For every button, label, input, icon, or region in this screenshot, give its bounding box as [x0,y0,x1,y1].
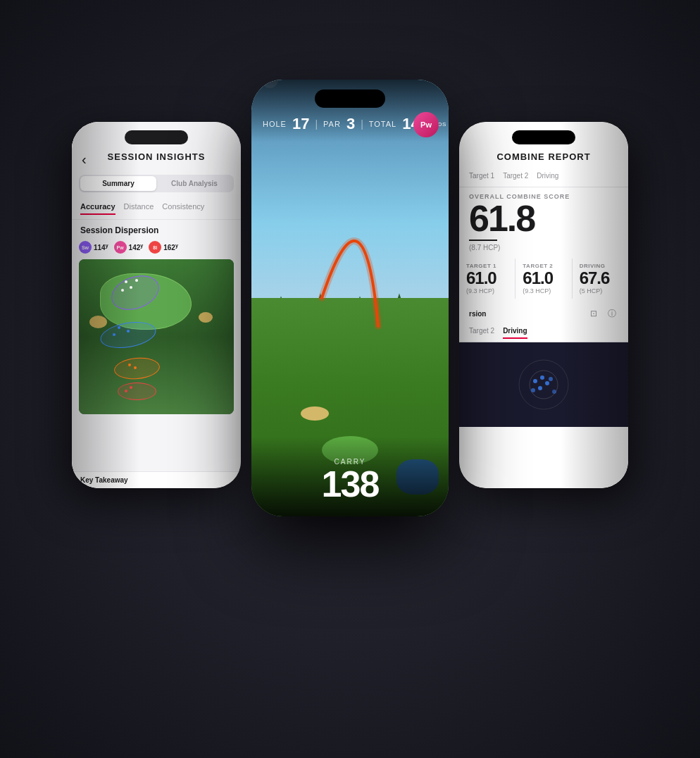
shot-dot [134,366,137,369]
svg-point-9 [552,390,556,394]
left-phone-notch [125,130,188,144]
club-badge-sw: Sw 114y [79,241,108,254]
info-icon[interactable]: ⓘ [606,307,618,320]
center-phone-screen: HOLE 17 | PAR 3 | TOTAL 144 YDS Pw [251,80,449,516]
tab-summary[interactable]: Summary [80,176,156,191]
svg-point-7 [549,377,553,381]
right-section-title: rsion [469,310,486,318]
right-chart-area [459,342,628,427]
club-yardage-sw: 114y [94,243,108,251]
score-cell-t2-number: 61.0 [523,269,564,287]
pw-avatar: Pw [413,112,439,137]
score-cell-driving-number: 67.6 [580,269,621,287]
svg-rect-0 [459,342,628,427]
carry-number: 138 [265,466,435,502]
combine-score-section: OVERALL COMBINE SCORE 61.8 (8.7 HCP) [459,187,628,254]
right-title: COMBINE REPORT [469,151,618,162]
right-section-header: rsion ⊡ ⓘ [459,303,628,324]
bottom-tab-target2[interactable]: Target 2 [469,327,494,339]
svg-point-8 [531,388,535,392]
ocs-number: 61.8 [469,200,618,237]
right-section-icons: ⊡ ⓘ [587,307,618,320]
hole-label: HOLE [263,120,287,128]
svg-point-5 [545,381,549,385]
score-cell-t2: TARGET 2 61.0 (9.3 HCP) [515,259,571,299]
club-circle-sw: Sw [79,241,92,254]
shot-dot [125,280,127,283]
hole-info: HOLE 17 | PAR 3 | TOTAL 144 YDS [263,115,437,133]
carry-label: CARRY [265,458,435,466]
hole-number: 17 [292,115,309,133]
left-tabs: Summary Club Analysis [79,175,234,192]
svg-point-4 [540,375,544,380]
right-tabs-top: Target 1 Target 2 Driving [459,168,628,187]
subtab-distance[interactable]: Distance [124,202,154,215]
shot-dot [113,333,115,336]
par-number: 3 [346,115,355,133]
shot-dot [128,364,131,366]
club-badge-i8: 8i 162y [149,241,178,254]
left-phone: ‹ SESSION INSIGHTS Summary Club Analysis… [72,122,241,488]
back-button[interactable]: ‹ [82,151,87,168]
bunker-1 [89,316,107,328]
score-cell-driving: DRIVING 67.6 (5 HCP) [573,259,628,299]
total-label: TOTAL [369,120,396,128]
score-grid: TARGET 1 61.0 (9.3 HCP) TARGET 2 61.0 (9… [459,259,628,299]
separator-2: | [361,118,363,130]
right-phone: COMBINE REPORT Target 1 Target 2 Driving… [459,122,628,488]
shot-dot [121,289,124,292]
key-takeaway: Key Takeaway [72,471,241,488]
right-header: COMBINE REPORT [459,122,628,168]
club-icons-row: Sw 114y Pw 142y 8i 162y [72,238,241,256]
ellipse-red [118,383,156,400]
tab-club-analysis[interactable]: Club Analysis [156,176,232,191]
chart-svg [459,342,628,427]
left-header: ‹ SESSION INSIGHTS [72,122,241,169]
score-cell-t1-number: 61.0 [466,269,508,287]
shot-dot [130,386,132,389]
svg-point-6 [538,386,542,390]
course-bunker [301,406,329,421]
par-label: PAR [323,120,341,128]
shot-dot [135,279,138,282]
session-dispersion-title: Session Dispersion [72,220,241,238]
shot-dot [118,326,120,329]
score-cell-driving-hcp: (5 HCP) [580,287,621,294]
tab-target2[interactable]: Target 2 [503,172,528,182]
ocs-divider [469,240,497,241]
club-yardage-pw: 142y [129,243,144,251]
club-badge-pw: Pw 142y [114,241,144,254]
bunker-2 [199,312,213,323]
club-circle-pw: Pw [114,241,127,254]
hcp-label: (8.7 HCP) [469,244,618,251]
dispersion-map [79,259,234,414]
right-phone-screen: COMBINE REPORT Target 1 Target 2 Driving… [459,122,628,488]
svg-point-3 [533,379,537,383]
dynamic-island [315,89,385,108]
carry-overlay: CARRY 138 [251,437,449,516]
shot-dot [130,286,132,289]
tab-driving[interactable]: Driving [537,172,558,182]
shot-dot [127,330,130,333]
left-title: SESSION INSIGHTS [83,151,230,162]
left-phone-screen: ‹ SESSION INSIGHTS Summary Club Analysis… [72,122,241,488]
club-yardage-i8: 162y [163,243,178,251]
bottom-tab-driving[interactable]: Driving [503,327,527,339]
score-cell-t2-hcp: (9.3 HCP) [523,287,564,294]
subtab-accuracy[interactable]: Accuracy [80,202,115,215]
club-circle-i8: 8i [149,241,161,254]
separator-1: | [315,118,318,130]
score-cell-t1-hcp: (9.3 HCP) [466,287,508,294]
score-cell-t1: TARGET 1 61.0 (9.3 HCP) [459,259,515,299]
right-bottom-tabs: Target 2 Driving [459,324,628,342]
tab-target1[interactable]: Target 1 [469,172,494,182]
center-phone: HOLE 17 | PAR 3 | TOTAL 144 YDS Pw [251,80,449,516]
golf-scene: HOLE 17 | PAR 3 | TOTAL 144 YDS Pw [251,80,449,516]
left-subtabs: Accuracy Distance Consistency [72,198,241,220]
right-phone-notch [512,130,575,144]
expand-icon[interactable]: ⊡ [587,307,600,320]
shot-dot [125,390,127,392]
subtab-consistency[interactable]: Consistency [162,202,204,215]
